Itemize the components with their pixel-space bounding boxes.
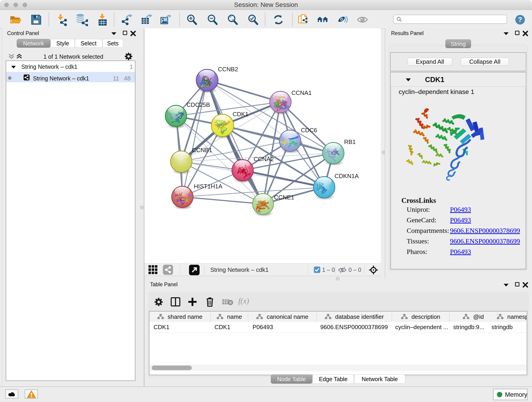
svg-text:CDK1: CDK1 — [233, 111, 248, 118]
svg-text:?: ? — [518, 16, 522, 23]
svg-text:CCNB1: CCNB1 — [192, 147, 212, 153]
svg-text:RB1: RB1 — [344, 138, 356, 145]
svg-text:CCNA2: CCNA2 — [254, 156, 274, 162]
svg-text:CDC6: CDC6 — [301, 127, 317, 134]
svg-text:CDKN1A: CDKN1A — [335, 172, 359, 179]
svg-text:CCNA1: CCNA1 — [291, 89, 312, 96]
svg-text:CDC25B: CDC25B — [186, 101, 210, 108]
svg-text:HIST1H1A: HIST1H1A — [194, 183, 222, 190]
svg-text:CCNB2: CCNB2 — [218, 66, 238, 73]
svg-text:CCNE1: CCNE1 — [274, 194, 294, 201]
